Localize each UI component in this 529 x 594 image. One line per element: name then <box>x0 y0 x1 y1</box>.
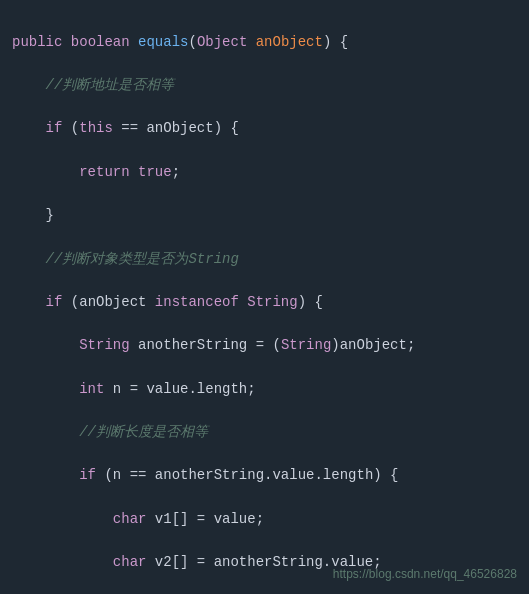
watermark: https://blog.csdn.net/qq_46526828 <box>333 565 517 584</box>
code-line-4: return true; <box>12 162 517 184</box>
code-line-7: if (anObject instanceof String) { <box>12 292 517 314</box>
code-line-3: if (this == anObject) { <box>12 118 517 140</box>
code-line-10: //判断长度是否相等 <box>12 422 517 444</box>
code-line-9: int n = value.length; <box>12 379 517 401</box>
code-line-11: if (n == anotherString.value.length) { <box>12 465 517 487</box>
code-line-5: } <box>12 205 517 227</box>
code-line-8: String anotherString = (String)anObject; <box>12 335 517 357</box>
code-line-12: char v1[] = value; <box>12 509 517 531</box>
code-container: public boolean equals(Object anObject) {… <box>0 0 529 594</box>
code-line-6: //判断对象类型是否为String <box>12 249 517 271</box>
code-line-1: public boolean equals(Object anObject) { <box>12 32 517 54</box>
code-line-2: //判断地址是否相等 <box>12 75 517 97</box>
